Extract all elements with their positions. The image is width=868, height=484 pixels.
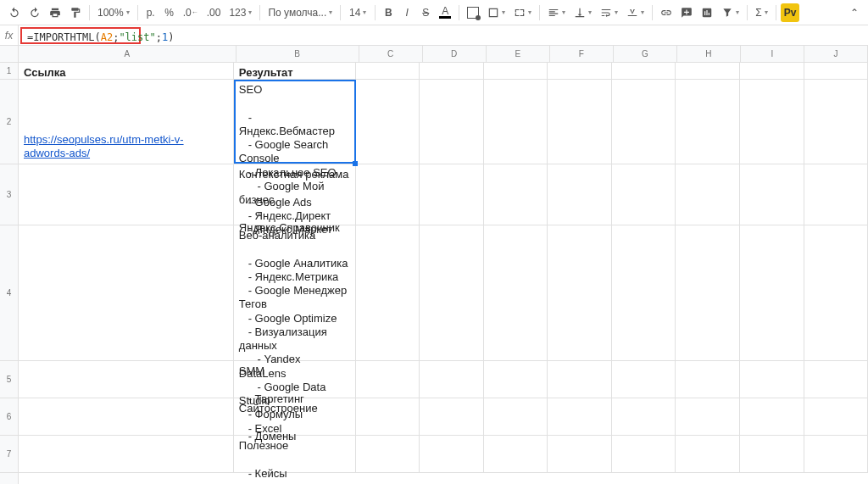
percent-button[interactable]: % xyxy=(161,3,178,22)
cell[interactable] xyxy=(356,63,420,79)
column-header[interactable]: B xyxy=(236,46,359,62)
redo-icon[interactable] xyxy=(25,3,44,22)
zoom-dropdown[interactable]: 100% xyxy=(94,3,133,22)
cell[interactable] xyxy=(676,398,740,435)
cell[interactable] xyxy=(484,63,548,79)
fill-color-icon[interactable] xyxy=(464,3,482,22)
cell[interactable] xyxy=(356,361,420,398)
cell[interactable]: Сайтостроение - Домены xyxy=(234,398,356,435)
cell[interactable] xyxy=(676,63,740,79)
cell[interactable] xyxy=(612,361,676,398)
column-header[interactable]: F xyxy=(550,46,614,62)
cell[interactable] xyxy=(420,398,484,435)
cell[interactable] xyxy=(612,225,676,360)
cell[interactable] xyxy=(19,361,234,398)
text-color-icon[interactable]: A xyxy=(436,3,454,22)
decrease-decimal-icon[interactable]: .0← xyxy=(180,3,202,22)
row-header[interactable]: 5 xyxy=(0,361,18,398)
cell[interactable] xyxy=(548,225,612,360)
cell[interactable] xyxy=(740,361,804,398)
insert-chart-icon[interactable] xyxy=(698,3,716,22)
cell[interactable] xyxy=(548,436,612,472)
row-header[interactable]: 7 xyxy=(0,436,18,473)
cell-header[interactable]: Результат xyxy=(234,63,356,79)
cell[interactable] xyxy=(740,436,804,472)
bold-icon[interactable]: B xyxy=(380,3,397,22)
cell[interactable] xyxy=(420,164,484,225)
formula-input[interactable]: =IMPORTHTML(A2;"list";1) xyxy=(20,27,141,44)
select-all-corner[interactable] xyxy=(0,46,18,63)
cell[interactable] xyxy=(420,63,484,79)
cell[interactable] xyxy=(484,436,548,472)
column-header[interactable]: E xyxy=(487,46,550,62)
cell[interactable] xyxy=(612,398,676,435)
cell[interactable]: Полезное - Кейсы xyxy=(234,436,356,472)
cell[interactable] xyxy=(804,63,869,79)
cell[interactable] xyxy=(740,225,804,360)
cell[interactable] xyxy=(420,225,484,360)
cell[interactable] xyxy=(356,164,420,225)
cell[interactable] xyxy=(740,164,804,225)
cell[interactable] xyxy=(676,225,740,360)
cell[interactable] xyxy=(356,398,420,435)
row-header[interactable]: 2 xyxy=(0,80,18,164)
row-header[interactable]: 4 xyxy=(0,225,18,361)
column-header[interactable]: G xyxy=(614,46,677,62)
paint-format-icon[interactable] xyxy=(66,3,85,22)
cell[interactable] xyxy=(420,80,484,164)
cell[interactable] xyxy=(19,436,234,472)
addon-icon[interactable]: Pv xyxy=(781,3,800,22)
cell[interactable] xyxy=(676,361,740,398)
cell[interactable] xyxy=(19,398,234,435)
cell[interactable] xyxy=(484,164,548,225)
vertical-align-icon[interactable] xyxy=(570,3,595,22)
cell[interactable]: https://seopulses.ru/utm-metki-v-adwords… xyxy=(19,80,234,164)
column-header[interactable]: A xyxy=(19,46,236,62)
column-header[interactable]: H xyxy=(677,46,741,62)
cell[interactable] xyxy=(548,398,612,435)
expand-toolbar-icon[interactable]: ⌃ xyxy=(846,3,863,22)
cell[interactable] xyxy=(804,80,869,164)
cell[interactable] xyxy=(484,80,548,164)
cell[interactable]: SEO - Яндекс.Вебмастер - Google Search C… xyxy=(234,80,356,164)
cell[interactable] xyxy=(804,225,869,360)
cell[interactable] xyxy=(356,436,420,472)
font-family-dropdown[interactable]: По умолча... xyxy=(264,3,336,22)
cell[interactable] xyxy=(356,80,420,164)
cell[interactable] xyxy=(740,63,804,79)
cell[interactable] xyxy=(676,80,740,164)
cell[interactable] xyxy=(612,80,676,164)
row-header[interactable]: 3 xyxy=(0,164,18,225)
cell[interactable]: SMM - Таргетинг xyxy=(234,361,356,398)
italic-icon[interactable]: I xyxy=(398,3,415,22)
filter-icon[interactable] xyxy=(718,3,743,22)
cell[interactable] xyxy=(548,164,612,225)
text-wrap-icon[interactable] xyxy=(597,3,621,22)
cell[interactable] xyxy=(19,225,234,360)
cell[interactable] xyxy=(612,63,676,79)
column-header[interactable]: C xyxy=(359,46,423,62)
cell[interactable] xyxy=(740,80,804,164)
column-header[interactable]: D xyxy=(423,46,487,62)
undo-icon[interactable] xyxy=(5,3,24,22)
increase-decimal-icon[interactable]: .00 xyxy=(203,3,225,22)
font-size-dropdown[interactable]: 14 xyxy=(345,3,370,22)
cell[interactable] xyxy=(420,436,484,472)
row-header[interactable]: 1 xyxy=(0,63,18,80)
row-header[interactable]: 6 xyxy=(0,398,18,436)
more-formats-dropdown[interactable]: 123 xyxy=(225,3,255,22)
borders-icon[interactable] xyxy=(484,3,509,22)
cell[interactable] xyxy=(484,398,548,435)
functions-icon[interactable]: Σ xyxy=(752,3,771,22)
cell[interactable] xyxy=(676,436,740,472)
cell[interactable] xyxy=(740,398,804,435)
cell[interactable] xyxy=(612,436,676,472)
cell[interactable] xyxy=(804,436,869,472)
cell[interactable] xyxy=(548,361,612,398)
currency-button[interactable]: р. xyxy=(142,3,159,22)
horizontal-align-icon[interactable] xyxy=(544,3,569,22)
column-header[interactable]: J xyxy=(804,46,868,62)
cell[interactable] xyxy=(804,398,869,435)
merge-cells-icon[interactable] xyxy=(510,3,535,22)
text-rotation-icon[interactable] xyxy=(623,3,648,22)
